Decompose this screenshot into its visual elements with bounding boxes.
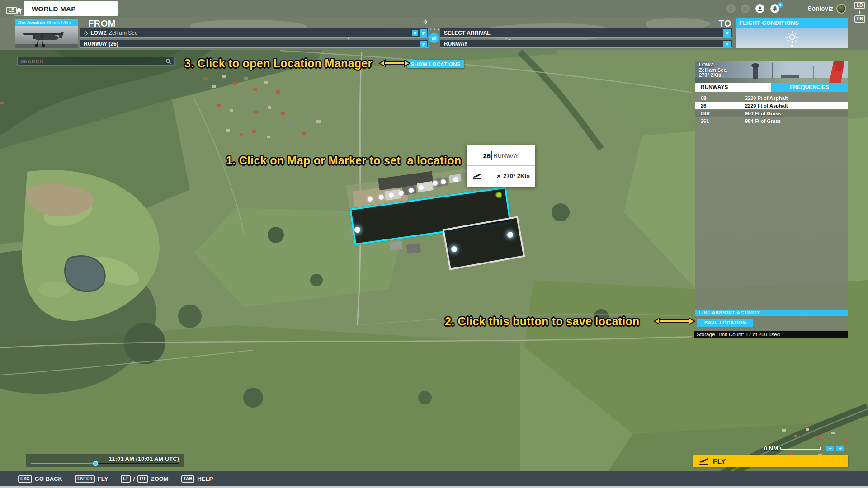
parking-spot-marker[interactable]: [453, 177, 458, 182]
runway-selection-popup: 26 RUNWAY 270° 2Kts: [467, 145, 535, 187]
flight-conditions-label: FLIGHT CONDITIONS: [736, 18, 848, 28]
hint-label: FLY: [98, 475, 108, 482]
annotation-step2: 2. Click this button to save location: [445, 315, 640, 328]
window-bottom-edge: [0, 486, 868, 488]
arrival-airport-dropdown[interactable]: SELECT ARRIVAL ▼: [440, 28, 732, 38]
annotation-arrow-2: [654, 317, 695, 326]
aircraft-name: Zlin Aviation Shock Ultra: [15, 19, 78, 26]
takeoff-plane-icon: [472, 173, 482, 180]
parking-spot-marker[interactable]: [368, 197, 373, 202]
runway-field-label: RUNWAY: [493, 152, 519, 159]
runway-designator: 26: [695, 103, 745, 108]
fly-button[interactable]: FLY: [693, 455, 848, 467]
aircraft-selector[interactable]: Zlin Aviation Shock Ultra: [15, 19, 78, 48]
tab-runways[interactable]: RUNWAYS: [695, 83, 771, 92]
departure-icao: LOWZ: [90, 30, 106, 36]
save-location-button[interactable]: SAVE LOCATION: [697, 319, 753, 327]
hint-zoom: LT / RT ZOOM: [121, 475, 168, 483]
airport-diamond-icon: ◇: [84, 30, 88, 36]
parking-spot-marker[interactable]: [389, 193, 394, 198]
runway-surface: 2220 Ft of Asphalt: [745, 103, 788, 108]
selected-start-position-marker[interactable]: [495, 192, 502, 198]
parking-spot-marker[interactable]: [419, 185, 424, 190]
departure-airport-dropdown[interactable]: ◇ LOWZ Zell am See ✕ ▼: [80, 28, 429, 38]
airport-panel-body: 08 2220 Ft of Asphalt 26 2220 Ft of Asph…: [695, 92, 848, 338]
airport-summary: LOWZ Zell am See, 270° 2Kts: [699, 62, 728, 78]
profile-icon[interactable]: [755, 4, 764, 13]
shoulder-hints-column: LB + RB: [854, 2, 865, 23]
aircraft-brand: Zlin Aviation: [17, 20, 45, 25]
swap-departure-arrival-button[interactable]: ⇄: [429, 33, 439, 43]
search-input[interactable]: [20, 59, 165, 64]
runway-number-value: 26: [483, 152, 491, 160]
zoom-in-button[interactable]: +: [836, 446, 844, 451]
departure-runway-dropdown[interactable]: RUNWAY (26) ▼: [80, 40, 429, 48]
hint-label: ZOOM: [151, 475, 169, 482]
arrival-runway-dropdown[interactable]: RUNWAY ▼: [440, 40, 732, 48]
departure-name: Zell am See: [109, 30, 138, 36]
runway-designator: 26L: [695, 118, 745, 124]
route-plane-icon: ✈: [423, 18, 429, 26]
chevron-down-icon[interactable]: ▼: [420, 29, 427, 37]
parking-spot-marker[interactable]: [441, 179, 446, 184]
runway-threshold-marker[interactable]: [507, 232, 513, 238]
runway-designator: 08R: [695, 111, 745, 116]
time-slider-track[interactable]: [31, 463, 179, 464]
weather-preview: ▼: [736, 28, 848, 48]
arrival-placeholder: SELECT ARRIVAL: [444, 30, 491, 36]
parking-spot-marker[interactable]: [433, 181, 438, 186]
time-slider-fill: [31, 463, 96, 464]
chevron-down-icon[interactable]: ▼: [723, 29, 731, 37]
runway-threshold-marker[interactable]: [451, 246, 457, 252]
parking-spot-marker[interactable]: [409, 188, 414, 193]
show-locations-button[interactable]: SHOW LOCATIONS: [407, 60, 464, 68]
chevron-down-icon[interactable]: ▼: [790, 43, 794, 48]
rb-shoulder-hint: RB: [854, 15, 865, 23]
zoom-out-button[interactable]: −: [826, 446, 834, 451]
annotation-arrow-3: [379, 59, 410, 68]
time-slider-knob[interactable]: [93, 461, 98, 466]
runway-list-row[interactable]: 26L 984 Ft of Grass: [695, 117, 848, 125]
tab-frequencies[interactable]: FREQUENCIES: [771, 83, 848, 92]
annotation-step1: 1. Click on Map or Marker to set a locat…: [226, 154, 461, 167]
username[interactable]: Sonicviz: [807, 5, 833, 12]
wind-value: 270° 2Kts: [503, 173, 530, 179]
home-icon[interactable]: [15, 7, 23, 14]
user-avatar[interactable]: [836, 4, 846, 14]
clear-departure-button[interactable]: ✕: [412, 30, 418, 36]
runway-list-row-selected[interactable]: 26 2220 Ft of Asphalt: [695, 102, 848, 109]
chevron-down-icon[interactable]: ▼: [420, 41, 427, 47]
weather-icon[interactable]: [726, 4, 736, 13]
fly-button-label: FLY: [713, 457, 726, 465]
live-airport-activity-button[interactable]: LIVE AIRPORT ACTIVITY: [695, 310, 848, 316]
top-bar: LB WORLD MAP 1 Sonicviz: [0, 0, 868, 17]
wind-direction-icon: [496, 174, 501, 179]
aircraft-thumbnail: [15, 26, 78, 48]
annotation-step3: 3. Click to open Location Manager: [184, 57, 373, 70]
search-box[interactable]: [17, 57, 175, 66]
hint-go-back: ESC GO BACK: [18, 475, 62, 483]
flight-conditions-panel[interactable]: FLIGHT CONDITIONS ▼: [736, 18, 848, 48]
friends-icon[interactable]: [741, 4, 750, 13]
parking-spot-marker[interactable]: [399, 191, 404, 196]
chevron-down-icon[interactable]: ▼: [723, 41, 731, 47]
enter-key-badge: ENTER: [75, 475, 95, 483]
runway-threshold-marker[interactable]: [354, 227, 360, 233]
takeoff-plane-icon: [698, 457, 709, 465]
runway-list-row[interactable]: 08R 984 Ft of Grass: [695, 110, 848, 117]
hint-label: HELP: [197, 475, 213, 482]
map-scale-group: 0 NM − +: [764, 445, 844, 452]
parking-spot-marker[interactable]: [379, 195, 384, 200]
hint-label: GO BACK: [35, 475, 62, 482]
plus-separator: +: [858, 10, 861, 14]
scale-bracket: [780, 447, 821, 450]
lt-key-badge: LT: [121, 475, 130, 483]
airport-wind: 270° 2Kts: [699, 73, 728, 78]
storage-limit-status: Storage Limit Count: 17 of 200 used: [694, 331, 848, 338]
runway-number-field[interactable]: 26 RUNWAY: [467, 145, 535, 166]
runway-list-row[interactable]: 08 2220 Ft of Asphalt: [695, 94, 848, 102]
runway-surface: 984 Ft of Grass: [745, 118, 781, 124]
time-label: 11:01 AM (10:01 AM UTC): [109, 455, 179, 462]
world-map-tab[interactable]: WORLD MAP: [24, 1, 118, 16]
home-active-underline: [14, 15, 24, 16]
